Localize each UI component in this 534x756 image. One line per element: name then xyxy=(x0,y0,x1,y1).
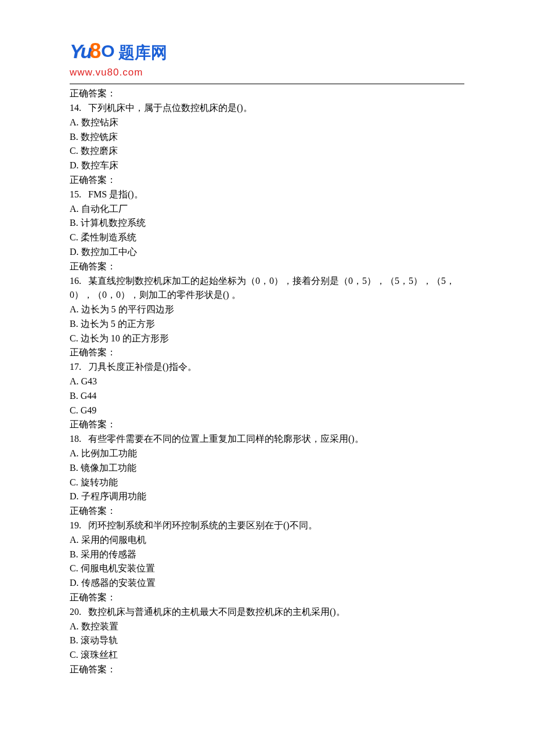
text-line: 17. 刀具长度正补偿是()指令。 xyxy=(70,360,464,375)
text-line: D. 传感器的安装位置 xyxy=(70,576,464,591)
text-line: 正确答案： xyxy=(70,591,464,605)
text-line: 14. 下列机床中，属于点位数控机床的是()。 xyxy=(70,101,464,116)
text-line: B. 计算机数控系统 xyxy=(70,216,464,231)
document-page: Yu 8 O 题库网 www.vu80.com 正确答案：14. 下列机床中，属… xyxy=(0,0,534,712)
text-line: B. 边长为 5 的正方形 xyxy=(70,317,464,332)
text-line: A. 比例加工功能 xyxy=(70,447,464,461)
text-line: D. 数控加工中心 xyxy=(70,245,464,260)
text-line: 16. 某直线控制数控机床加工的起始坐标为（0，0），接着分别是（0，5），（5… xyxy=(70,274,464,303)
text-line: A. 数控钻床 xyxy=(70,116,464,130)
question-content: 正确答案：14. 下列机床中，属于点位数控机床的是()。A. 数控钻床B. 数控… xyxy=(70,87,464,677)
text-line: 15. FMS 是指()。 xyxy=(70,188,464,202)
logo-url: www.vu80.com xyxy=(70,65,464,80)
text-line: A. 边长为 5 的平行四边形 xyxy=(70,303,464,317)
text-line: 19. 闭环控制系统和半闭环控制系统的主要区别在于()不同。 xyxy=(70,519,464,533)
text-line: A. 采用的伺服电机 xyxy=(70,533,464,548)
text-line: C. 旋转功能 xyxy=(70,476,464,490)
text-line: 正确答案： xyxy=(70,663,464,677)
text-line: 20. 数控机床与普通机床的主机最大不同是数控机床的主机采用()。 xyxy=(70,605,464,620)
logo-text-cn: 题库网 xyxy=(118,40,167,65)
text-line: B. G44 xyxy=(70,389,464,404)
logo-text-8: 8 xyxy=(89,35,101,67)
text-line: 正确答案： xyxy=(70,87,464,101)
text-line: 正确答案： xyxy=(70,504,464,519)
text-line: C. G49 xyxy=(70,404,464,418)
text-line: C. 数控磨床 xyxy=(70,144,464,159)
header-divider xyxy=(70,84,464,84)
text-line: 正确答案： xyxy=(70,173,464,188)
text-line: 正确答案： xyxy=(70,417,464,432)
logo-brand-row: Yu 8 O 题库网 xyxy=(70,35,464,67)
text-line: 正确答案： xyxy=(70,345,464,360)
text-line: D. 子程序调用功能 xyxy=(70,489,464,504)
text-line: B. 数控铣床 xyxy=(70,130,464,145)
text-line: C. 滚珠丝杠 xyxy=(70,648,464,663)
text-line: C. 柔性制造系统 xyxy=(70,231,464,245)
text-line: B. 采用的传感器 xyxy=(70,548,464,562)
text-line: B. 滚动导轨 xyxy=(70,633,464,648)
text-line: D. 数控车床 xyxy=(70,159,464,173)
text-line: A. G43 xyxy=(70,375,464,389)
logo-text-yu: Yu xyxy=(70,36,91,67)
text-line: A. 自动化工厂 xyxy=(70,202,464,217)
text-line: B. 镜像加工功能 xyxy=(70,461,464,476)
site-logo: Yu 8 O 题库网 www.vu80.com xyxy=(70,35,464,80)
text-line: C. 伺服电机安装位置 xyxy=(70,561,464,576)
text-line: A. 数控装置 xyxy=(70,620,464,634)
text-line: 正确答案： xyxy=(70,260,464,274)
text-line: C. 边长为 10 的正方形形 xyxy=(70,332,464,346)
logo-text-o: O xyxy=(101,38,114,65)
text-line: 18. 有些零件需要在不同的位置上重复加工同样的轮廓形状，应采用()。 xyxy=(70,432,464,447)
